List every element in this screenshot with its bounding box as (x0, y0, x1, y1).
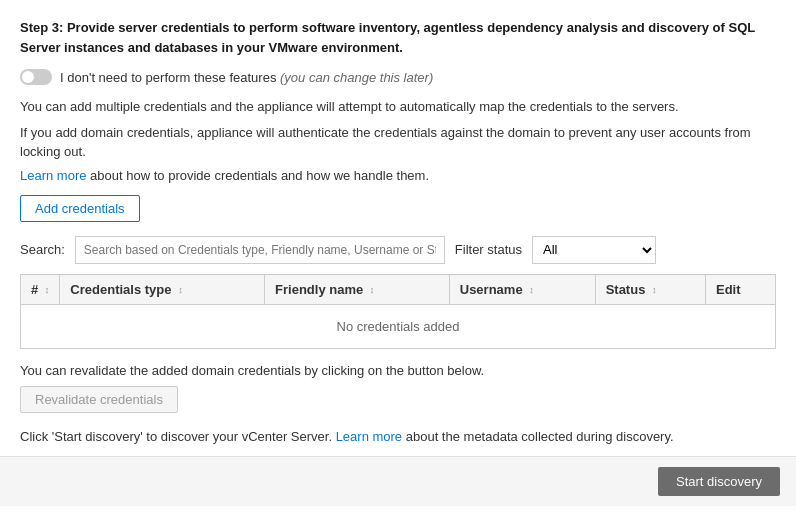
sort-icon-hash: ↕ (45, 285, 50, 295)
revalidate-info: You can revalidate the added domain cred… (20, 363, 776, 378)
info-line1: You can add multiple credentials and the… (20, 97, 776, 117)
search-label: Search: (20, 242, 65, 257)
discovery-suffix: about the metadata collected during disc… (402, 429, 673, 444)
th-hash[interactable]: # ↕ (21, 274, 60, 304)
start-discovery-button[interactable]: Start discovery (658, 467, 780, 496)
feature-toggle[interactable] (20, 69, 52, 85)
discovery-row: Click 'Start discovery' to discover your… (20, 427, 776, 447)
step-title: Step 3: Provide server credentials to pe… (20, 18, 776, 57)
th-username[interactable]: Username ↕ (449, 274, 595, 304)
discovery-prefix: Click 'Start discovery' to discover your… (20, 429, 336, 444)
learn-more-link-credentials[interactable]: Learn more (20, 168, 86, 183)
toggle-row: I don't need to perform these features (… (20, 69, 776, 85)
revalidate-button[interactable]: Revalidate credentials (20, 386, 178, 413)
main-container: Step 3: Provide server credentials to pe… (0, 0, 796, 506)
add-credentials-button[interactable]: Add credentials (20, 195, 140, 222)
toggle-label: I don't need to perform these features (… (60, 70, 433, 85)
search-input[interactable] (75, 236, 445, 264)
learn-more-suffix: about how to provide credentials and how… (86, 168, 429, 183)
th-username-label: Username (460, 282, 523, 297)
toggle-note: (you can change this later) (280, 70, 433, 85)
credentials-table: # ↕ Credentials type ↕ Friendly name ↕ U… (20, 274, 776, 349)
table-body: No credentials added (21, 304, 776, 348)
learn-more-link-discovery[interactable]: Learn more (336, 429, 402, 444)
no-credentials-cell: No credentials added (21, 304, 776, 348)
sort-icon-credentials-type: ↕ (178, 285, 183, 295)
th-edit: Edit (706, 274, 776, 304)
th-status-label: Status (606, 282, 646, 297)
th-edit-label: Edit (716, 282, 741, 297)
toggle-text: I don't need to perform these features (60, 70, 276, 85)
table-header-row: # ↕ Credentials type ↕ Friendly name ↕ U… (21, 274, 776, 304)
th-hash-label: # (31, 282, 38, 297)
search-filter-row: Search: Filter status All Valid Invalid … (20, 236, 776, 264)
filter-status-label: Filter status (455, 242, 522, 257)
th-friendly-name[interactable]: Friendly name ↕ (265, 274, 450, 304)
sort-icon-username: ↕ (529, 285, 534, 295)
th-status[interactable]: Status ↕ (595, 274, 705, 304)
th-credentials-type[interactable]: Credentials type ↕ (60, 274, 265, 304)
th-friendly-name-label: Friendly name (275, 282, 363, 297)
sort-icon-friendly-name: ↕ (370, 285, 375, 295)
learn-more-row: Learn more about how to provide credenti… (20, 168, 776, 183)
revalidate-section: You can revalidate the added domain cred… (20, 363, 776, 413)
footer-bar: Start discovery (0, 456, 796, 506)
table-header: # ↕ Credentials type ↕ Friendly name ↕ U… (21, 274, 776, 304)
sort-icon-status: ↕ (652, 285, 657, 295)
th-credentials-type-label: Credentials type (70, 282, 171, 297)
no-credentials-row: No credentials added (21, 304, 776, 348)
filter-status-select[interactable]: All Valid Invalid Not validated (532, 236, 656, 264)
info-line2: If you add domain credentials, appliance… (20, 123, 776, 162)
